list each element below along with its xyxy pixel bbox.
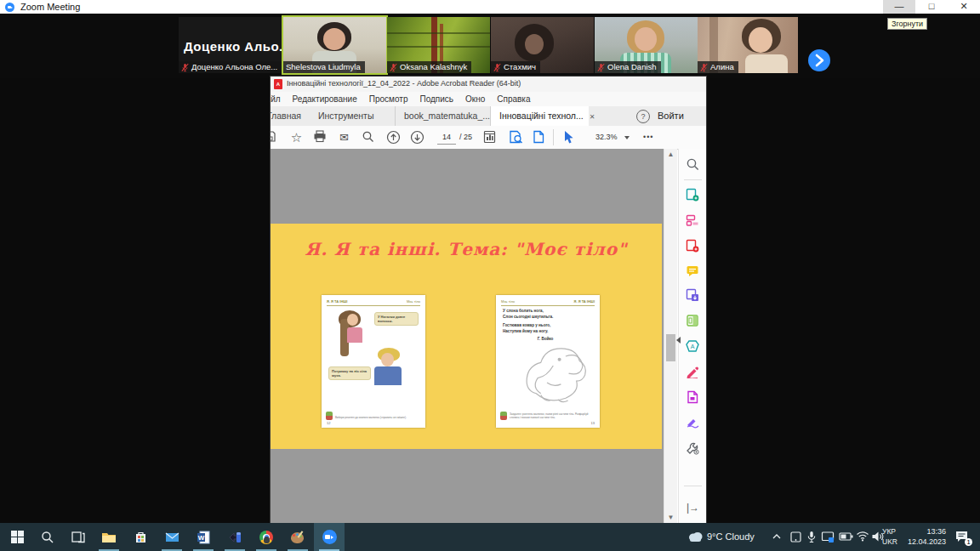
- zoom-app-button[interactable]: [314, 523, 345, 551]
- export-pdf-tool-icon[interactable]: [686, 239, 700, 253]
- request-signatures-tool-icon[interactable]: [686, 390, 700, 405]
- panel-collapse-arrow-icon[interactable]: [676, 337, 681, 344]
- participant-tile-kalashnyk[interactable]: Oksana Kalashnyk: [387, 17, 490, 73]
- poem-text: У слона болить нога, Слон сьогодні шкути…: [503, 309, 553, 342]
- page-total-label: / 25: [459, 131, 472, 144]
- taskbar-clock[interactable]: 13:36 12.04.2023: [902, 526, 946, 547]
- page-view-icon[interactable]: [483, 130, 498, 145]
- certificates-tool-icon[interactable]: [686, 416, 700, 430]
- single-page-icon[interactable]: [533, 130, 547, 145]
- start-button[interactable]: [2, 523, 32, 551]
- tray-screenshare-icon[interactable]: [821, 531, 835, 543]
- select-cursor-icon[interactable]: [562, 130, 577, 145]
- reader-app-button[interactable]: [219, 523, 250, 551]
- zoom-video-strip: Доценко Альо... Доценко Альона Оле... Sh…: [0, 14, 980, 78]
- paint-app-button[interactable]: [282, 523, 313, 551]
- textbook-page-right: Моє тіло Я. Я ТА ІНШІ У слона болить ног…: [496, 295, 600, 428]
- snapshot-icon[interactable]: [509, 130, 523, 145]
- participant-tile-shelestova[interactable]: Shelestova Liudmyla: [283, 17, 386, 73]
- tab-close-icon[interactable]: ✕: [590, 113, 595, 121]
- participant-tile-dotsenko[interactable]: Доценко Альо... Доценко Альона Оле...: [179, 17, 282, 73]
- tab-tools[interactable]: Инструменты: [310, 106, 382, 126]
- participant-nameplate: Oksana Kalashnyk: [387, 61, 471, 73]
- menu-window[interactable]: Окно: [465, 94, 485, 104]
- participant-tile-danish[interactable]: Olena Danish: [595, 17, 698, 73]
- menu-sign[interactable]: Подпись: [419, 94, 453, 104]
- participant-name: Oksana Kalashnyk: [400, 61, 467, 73]
- tab-document-1[interactable]: book_matematuka_...: [395, 106, 493, 126]
- tray-tablet-icon[interactable]: [789, 531, 802, 543]
- more-tools-icon[interactable]: [686, 441, 700, 456]
- menu-edit[interactable]: Редактирование: [293, 94, 357, 104]
- next-participants-button[interactable]: [808, 49, 830, 71]
- expand-panel-icon[interactable]: |→: [686, 501, 700, 515]
- menu-help[interactable]: Справка: [497, 94, 530, 104]
- task-view-icon: [71, 531, 85, 543]
- tray-chevron-up-icon[interactable]: [772, 533, 781, 540]
- tray-wifi-icon[interactable]: [856, 531, 869, 542]
- zoom-level-value[interactable]: 32.3%: [595, 131, 618, 144]
- participant-tile-alina[interactable]: Алина: [698, 17, 798, 73]
- weather-label[interactable]: 9°C Cloudy: [707, 531, 755, 542]
- sign-in-button[interactable]: Войти: [658, 106, 684, 126]
- zoom-minimize-button[interactable]: —: [883, 0, 915, 14]
- participant-tile-stakhmych[interactable]: Стахмич: [491, 17, 594, 73]
- organize-pages-tool-icon[interactable]: [686, 314, 700, 328]
- windows-logo-icon: [11, 531, 24, 543]
- zoom-maximize-button[interactable]: □: [915, 0, 948, 14]
- save-icon[interactable]: [271, 130, 278, 145]
- action-center-button[interactable]: 1: [954, 530, 969, 543]
- language-indicator[interactable]: УКР UKR: [882, 526, 897, 547]
- weather-cloud-icon[interactable]: [687, 531, 704, 542]
- file-explorer-button[interactable]: [94, 523, 124, 551]
- page-header-topic: Моє тіло: [501, 299, 515, 304]
- chrome-button[interactable]: [251, 523, 282, 551]
- menu-view[interactable]: Просмотр: [369, 94, 408, 104]
- search-icon: [41, 531, 54, 544]
- mail-button[interactable]: [157, 523, 187, 551]
- scrollbar-thumb[interactable]: [666, 334, 675, 361]
- microsoft-store-button[interactable]: [125, 523, 156, 551]
- zoom-app-icon: [5, 3, 14, 12]
- help-icon[interactable]: ?: [636, 110, 650, 123]
- print-icon[interactable]: [313, 130, 328, 145]
- combine-files-tool-icon[interactable]: [686, 213, 700, 228]
- word-button[interactable]: W: [188, 523, 219, 551]
- email-icon[interactable]: ✉: [337, 130, 351, 145]
- tab-document-2-label: Інноваційні технол...: [499, 111, 584, 121]
- speech-bubble-2: Потримку на ніс сіла муха.: [328, 366, 371, 380]
- toolbar-overflow-button[interactable]: •••: [643, 131, 653, 144]
- chrome-profile-avatar: [264, 537, 270, 543]
- zoom-close-button[interactable]: ✕: [948, 0, 980, 14]
- scroll-up-icon[interactable]: ▲: [664, 149, 677, 160]
- taskbar-search-button[interactable]: [32, 523, 63, 551]
- comment-tool-icon[interactable]: [686, 264, 700, 279]
- search-tool-icon[interactable]: [686, 157, 700, 172]
- fill-sign-tool-icon[interactable]: [686, 365, 700, 379]
- pdf-file-icon: A: [274, 79, 282, 89]
- task-view-button[interactable]: [63, 523, 94, 551]
- tab-home[interactable]: Главная: [271, 106, 310, 126]
- acrobat-pro-tool-icon[interactable]: A: [686, 339, 700, 354]
- tray-battery-icon[interactable]: [839, 532, 853, 541]
- page-up-icon[interactable]: [386, 130, 401, 145]
- file-explorer-icon: [101, 531, 117, 543]
- star-icon[interactable]: ☆: [289, 130, 304, 145]
- tab-document-2[interactable]: Інноваційні технол... ✕: [490, 106, 589, 126]
- menu-file[interactable]: Файл: [271, 94, 281, 104]
- search-icon[interactable]: [362, 130, 376, 145]
- svg-text:W: W: [198, 534, 205, 542]
- create-pdf-tool-icon[interactable]: [686, 188, 700, 202]
- zoom-dropdown-caret-icon[interactable]: [624, 136, 630, 139]
- page-down-icon[interactable]: [410, 130, 424, 145]
- scroll-down-icon[interactable]: ▼: [664, 512, 677, 523]
- microsoft-store-icon: [134, 531, 147, 543]
- participant-nameplate: Стахмич: [491, 61, 540, 73]
- participant-name: Доценко Альона Оле...: [191, 61, 277, 73]
- mic-muted-icon: [493, 63, 501, 72]
- tray-microphone-icon[interactable]: [806, 531, 817, 543]
- page-number-input[interactable]: 14: [437, 131, 456, 145]
- document-scrollbar[interactable]: ▲ ▼: [664, 149, 677, 523]
- mascot-icon: [326, 412, 333, 420]
- share-tool-icon[interactable]: [686, 288, 700, 303]
